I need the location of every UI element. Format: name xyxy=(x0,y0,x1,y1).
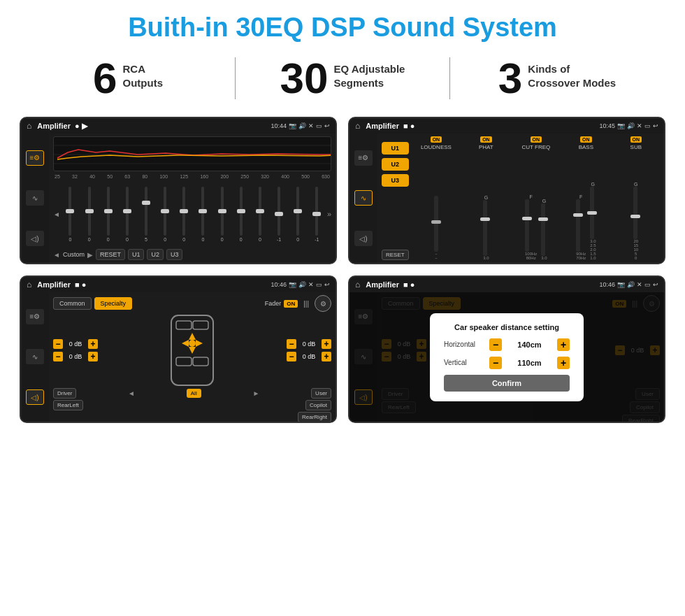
stat-eq-number: 30 xyxy=(280,57,329,100)
eq-next-btn[interactable]: ▶ xyxy=(87,251,93,259)
crossover-screen: ⌂ Amplifier ■ ● 10:45 📷🔊✕▭ ↩ ≡⚙ ∿ ◁) U1 … xyxy=(348,117,665,264)
stat-crossover: 3 Kinds ofCrossover Modes xyxy=(471,57,643,100)
eq-wave-icon[interactable]: ∿ xyxy=(26,190,44,206)
fader-settings-icon[interactable]: ⚙ xyxy=(315,295,331,312)
dialog-screen-title: Amplifier ■ ● xyxy=(366,280,596,289)
fader-plus-4[interactable]: + xyxy=(322,352,331,361)
fader-body: − 0 dB + − 0 dB + xyxy=(53,315,331,385)
xover-filter-icon[interactable]: ≡⚙ xyxy=(354,150,373,166)
eq-slider-10: 0 xyxy=(232,187,250,242)
xover-ch-cutfreq: ON CUT FREQ F 100Hz 80Hz G xyxy=(512,136,560,260)
dialog-vertical-value: 110cm xyxy=(505,359,554,367)
eq-time: 10:44 xyxy=(271,122,287,129)
eq-u2-btn[interactable]: U2 xyxy=(147,249,164,260)
fader-home-icon[interactable]: ⌂ xyxy=(27,280,31,289)
xover-back-icon[interactable]: ↩ xyxy=(653,122,658,129)
fader-plus-2[interactable]: + xyxy=(88,352,98,361)
fader-rearright-btn[interactable]: RearRight xyxy=(298,412,331,422)
eq-left-arrow[interactable]: ◄ xyxy=(53,210,60,218)
eq-slider-14: -1 xyxy=(308,187,326,242)
eq-slider-13: 0 xyxy=(289,187,307,242)
fader-wave-icon[interactable]: ∿ xyxy=(26,349,44,364)
eq-slider-8: 0 xyxy=(194,187,212,242)
svg-point-8 xyxy=(189,340,196,347)
eq-sliders-row: ◄ 0 0 0 0 xyxy=(53,181,331,247)
fader-specialty-tab[interactable]: Specialty xyxy=(94,297,133,310)
stat-eq-label: EQ AdjustableSegments xyxy=(334,57,405,89)
xover-u1-btn[interactable]: U1 xyxy=(382,142,409,155)
eq-speaker-icon[interactable]: ◁) xyxy=(26,231,44,246)
xover-ch-sub: ON SUB G 20 15 10 5 0 xyxy=(612,136,660,260)
fader-plus-3[interactable]: + xyxy=(322,339,331,349)
fader-label: Fader xyxy=(265,300,282,307)
xover-bass-label: BASS xyxy=(579,144,593,150)
svg-rect-4 xyxy=(176,321,192,329)
stat-rca-label: RCAOutputs xyxy=(122,57,163,89)
eq-u3-btn[interactable]: U3 xyxy=(166,249,183,260)
eq-cam-icon: 📷 xyxy=(289,122,296,129)
fader-minus-2[interactable]: − xyxy=(53,352,63,361)
dialog-horizontal-minus[interactable]: − xyxy=(489,338,502,351)
dialog-back-icon[interactable]: ↩ xyxy=(653,281,658,288)
eq-slider-11: 0 xyxy=(251,187,268,242)
fader-arrow-left[interactable]: ◄ xyxy=(128,389,135,397)
car-svg xyxy=(161,308,224,392)
xover-wave-icon[interactable]: ∿ xyxy=(354,190,373,206)
fader-minus-4[interactable]: − xyxy=(287,352,296,361)
dialog-vertical-plus[interactable]: + xyxy=(557,357,570,369)
fader-arrow-right[interactable]: ► xyxy=(252,389,259,397)
fader-filter-icon[interactable]: ≡⚙ xyxy=(26,309,44,324)
stat-crossover-number: 3 xyxy=(498,57,522,100)
fader-copilot-btn[interactable]: Copilot xyxy=(305,400,331,410)
dialog-horizontal-plus[interactable]: + xyxy=(557,338,570,351)
xover-loudness-sliders: ~ ~ xyxy=(434,152,438,260)
fader-common-tab[interactable]: Common xyxy=(53,297,92,310)
eq-slider-9: 0 xyxy=(213,187,231,242)
dialog-box: Car speaker distance setting Horizontal … xyxy=(430,313,584,401)
eq-custom-label: Custom xyxy=(63,251,85,258)
dialog-time: 10:46 xyxy=(599,281,615,288)
stat-eq: 30 EQ AdjustableSegments xyxy=(257,57,428,100)
fader-on-badge: ON xyxy=(284,300,298,308)
eq-prev-btn[interactable]: ◄ xyxy=(53,251,60,259)
fader-driver-btn[interactable]: Driver xyxy=(53,388,76,399)
dialog-overlay: Car speaker distance setting Horizontal … xyxy=(349,292,664,422)
dialog-content: ≡⚙ ∿ ◁) Common Specialty ON ||| ⚙ xyxy=(349,292,664,422)
svg-marker-10 xyxy=(189,347,196,354)
confirm-button[interactable]: Confirm xyxy=(444,375,570,392)
xover-time: 10:45 xyxy=(599,122,615,129)
dialog-home-icon[interactable]: ⌂ xyxy=(355,280,360,289)
eq-home-icon[interactable]: ⌂ xyxy=(27,121,31,131)
dialog-status-bar: ⌂ Amplifier ■ ● 10:46 📷🔊✕▭ ↩ xyxy=(349,277,664,292)
dialog-vertical-minus[interactable]: − xyxy=(489,357,502,369)
fader-minus-3[interactable]: − xyxy=(287,339,296,349)
eq-main-area: 2532405063 80100125160200 25032040050063… xyxy=(49,134,336,263)
eq-right-expand[interactable]: » xyxy=(327,210,331,218)
eq-reset-btn[interactable]: RESET xyxy=(96,249,125,260)
fader-rearleft-btn[interactable]: RearLeft xyxy=(53,400,83,410)
dialog-horizontal-label: Horizontal xyxy=(444,341,486,348)
xover-speaker-icon[interactable]: ◁) xyxy=(354,231,373,246)
eq-slider-3: 0 xyxy=(99,187,117,242)
eq-chart xyxy=(53,136,331,171)
fader-back-icon[interactable]: ↩ xyxy=(324,281,330,288)
fader-outer-buttons: RearLeft Copilot xyxy=(53,400,331,410)
fader-time: 10:46 xyxy=(271,281,287,288)
xover-reset-btn[interactable]: RESET xyxy=(382,250,409,260)
xover-side-panel: ≡⚙ ∿ ◁) xyxy=(349,134,377,263)
xover-home-icon[interactable]: ⌂ xyxy=(355,121,360,131)
fader-speaker-icon[interactable]: ◁) xyxy=(26,389,44,405)
eq-back-icon[interactable]: ↩ xyxy=(324,122,330,129)
fader-user-btn[interactable]: User xyxy=(311,388,331,399)
fader-minus-1[interactable]: − xyxy=(53,339,63,349)
fader-plus-1[interactable]: + xyxy=(88,339,98,349)
xover-u2-btn[interactable]: U2 xyxy=(382,158,409,171)
eq-filter-icon[interactable]: ≡⚙ xyxy=(26,150,44,166)
fader-db-value-4: 0 dB xyxy=(298,353,319,360)
xover-u3-btn[interactable]: U3 xyxy=(382,174,409,187)
svg-marker-9 xyxy=(189,333,196,340)
fader-db-value-1: 0 dB xyxy=(65,341,86,348)
eq-vol-icon: 🔊 xyxy=(298,122,306,129)
svg-rect-5 xyxy=(193,321,208,329)
eq-u1-btn[interactable]: U1 xyxy=(128,249,145,260)
